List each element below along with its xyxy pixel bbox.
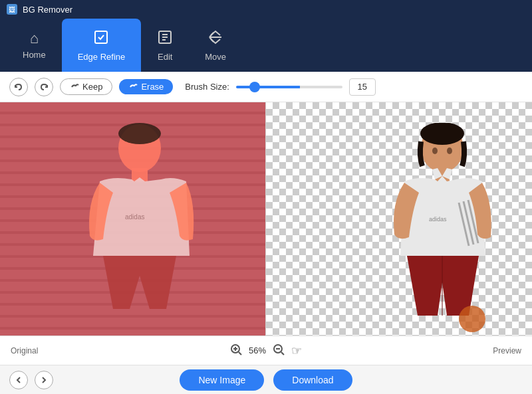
- home-icon: ⌂: [30, 31, 39, 46]
- app-icon: 🖼: [7, 4, 17, 15]
- svg-point-7: [118, 123, 161, 144]
- download-button[interactable]: Download: [273, 369, 352, 391]
- action-bar: New Image Download: [0, 365, 532, 394]
- svg-point-13: [447, 148, 452, 154]
- preview-label: Preview: [493, 346, 521, 355]
- person-silhouette-right: adidas: [366, 123, 519, 336]
- svg-line-26: [281, 352, 284, 355]
- move-icon: [207, 29, 223, 48]
- person-silhouette-left: adidas: [53, 123, 213, 336]
- brush-size-label: Brush Size:: [185, 82, 229, 92]
- nav-edge-refine-label: Edge Refine: [78, 52, 126, 62]
- nav-home[interactable]: ⌂ Home: [7, 19, 62, 72]
- statusbar: Original 56% ☞ Preview: [0, 336, 532, 365]
- svg-text:adidas: adidas: [125, 213, 144, 221]
- nav-edit-label: Edit: [158, 52, 172, 62]
- app-title: BG Remover: [23, 5, 72, 15]
- nav-move[interactable]: Move: [189, 19, 242, 72]
- nav-edge-refine[interactable]: Edge Refine: [62, 19, 142, 72]
- zoom-controls: 56% ☞: [230, 344, 302, 358]
- svg-line-22: [239, 352, 241, 355]
- toolbar: Keep Erase Brush Size: 15: [0, 72, 532, 102]
- erase-label: Erase: [141, 82, 164, 92]
- next-button[interactable]: [35, 371, 53, 389]
- brush-size-value: 15: [349, 78, 376, 96]
- zoom-level: 56%: [249, 345, 266, 355]
- prev-button[interactable]: [9, 371, 28, 389]
- nav-edit[interactable]: Edit: [141, 19, 189, 72]
- svg-point-20: [459, 306, 485, 332]
- undo-button[interactable]: [9, 78, 28, 96]
- zoom-in-button[interactable]: [230, 344, 242, 358]
- original-panel[interactable]: adidas: [0, 102, 266, 336]
- zoom-out-button[interactable]: [273, 344, 285, 358]
- svg-point-12: [432, 148, 438, 154]
- redo-button[interactable]: [35, 78, 53, 96]
- keep-button[interactable]: Keep: [60, 78, 112, 95]
- canvas-area: adidas: [0, 102, 532, 336]
- edge-refine-icon: [93, 29, 109, 48]
- erase-button[interactable]: Erase: [119, 79, 173, 94]
- titlebar: 🖼 BG Remover: [0, 0, 532, 19]
- new-image-button[interactable]: New Image: [180, 369, 264, 391]
- action-buttons: New Image Download: [180, 369, 352, 391]
- edit-icon: [157, 29, 173, 48]
- brush-size-slider[interactable]: [236, 86, 342, 88]
- keep-label: Keep: [82, 82, 102, 92]
- preview-panel[interactable]: adidas: [266, 102, 532, 336]
- svg-text:adidas: adidas: [429, 216, 447, 223]
- hand-tool-icon[interactable]: ☞: [291, 344, 302, 358]
- nav-move-label: Move: [205, 52, 226, 62]
- svg-point-11: [420, 123, 464, 145]
- navbar: ⌂ Home Edge Refine Edit: [0, 19, 532, 72]
- svg-rect-0: [95, 31, 107, 43]
- nav-home-label: Home: [23, 50, 46, 60]
